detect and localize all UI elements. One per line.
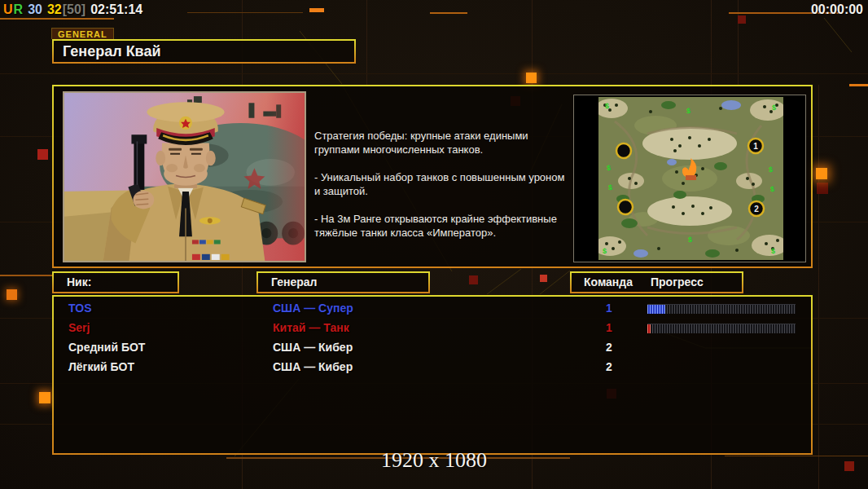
player-row: Лёгкий БОТ США — Кибер 2 [54,359,811,378]
load-progress-fill [647,324,651,333]
player-team: 1 [596,302,622,315]
briefing-paragraph: - Уникальный набор танков с повышенным у… [314,170,576,198]
svg-text:$: $ [770,185,774,193]
briefing-text: Стратегия победы: крупные атаки едиными … [314,129,576,253]
svg-text:$: $ [771,247,775,255]
general-portrait-image [64,93,305,261]
svg-text:$: $ [772,104,776,112]
hud-score-readout: UR3032[50]02:51:14 [3,2,143,17]
hud-stat-limit: [50] [63,2,85,16]
hud-stat-blue: 30 [28,2,42,16]
load-progress-bar [647,304,796,314]
minimap-image: 1 2 $$ $$ $$ $$ $$ [598,97,783,260]
deco-glow-square [39,392,50,403]
column-header-progress: Прогресс [651,273,704,292]
player-nick: Средний БОТ [68,341,145,354]
briefing-panel: Стратегия победы: крупные атаки едиными … [52,85,813,268]
player-general: США — Супер [273,302,353,315]
svg-text:$: $ [769,165,773,174]
player-nick: Serj [68,321,90,334]
column-header-general: Генерал [256,271,430,293]
svg-text:$: $ [607,164,611,172]
player-nick: Лёгкий БОТ [68,360,134,373]
load-progress-bar [647,324,796,333]
svg-text:$: $ [686,107,690,115]
hud-letter-u: U [3,2,13,16]
load-progress-fill [647,305,665,314]
player-general: Китай — Танк [273,321,349,334]
deco-glow-square [7,289,17,300]
hud-elapsed-time: 02:51:14 [90,2,142,16]
column-header-team-progress: Команда Прогресс [570,271,743,293]
hud-letter-r: R [14,2,24,16]
general-name-box: Генерал Квай [52,39,356,64]
resolution-label: 1920 x 1080 [0,448,868,473]
minimap: 1 2 $$ $$ $$ $$ $$ [573,95,806,262]
player-row: Serj Китай — Танк 1 [54,319,811,339]
general-portrait [63,91,306,262]
column-header-team: Команда [584,273,633,292]
start-position-1: 1 [753,142,758,151]
svg-text:$: $ [605,102,609,110]
deco-glow-square [526,73,537,83]
hud-stat-yellow: 32 [47,2,62,16]
deco-glow-square [816,168,827,179]
player-team: 1 [596,321,622,334]
player-team: 2 [596,341,622,354]
svg-text:$: $ [688,236,692,244]
column-header-nick: Ник: [52,271,179,293]
player-row: TOS США — Супер 1 [54,300,811,319]
player-general: США — Кибер [273,341,353,354]
loading-screen: UR3032[50]02:51:14 00:00:00 GENERAL Гене… [0,0,868,489]
game-clock: 00:00:00 [811,2,863,17]
players-panel: TOS США — Супер 1 Serj Китай — Танк 1 Ср… [52,295,813,455]
player-nick: TOS [68,302,92,315]
player-row: Средний БОТ США — Кибер 2 [54,339,811,359]
briefing-paragraph: Стратегия победы: крупные атаки едиными … [314,129,576,156]
player-team: 2 [596,360,622,373]
player-general: США — Кибер [273,360,353,373]
start-position-2: 2 [754,205,759,214]
svg-text:$: $ [603,247,607,255]
general-tab-label: GENERAL [51,28,114,39]
briefing-paragraph: - На 3м Ранге открываются крайне эффекти… [314,212,576,240]
general-name: Генерал Квай [63,43,161,59]
svg-text:$: $ [608,183,612,192]
